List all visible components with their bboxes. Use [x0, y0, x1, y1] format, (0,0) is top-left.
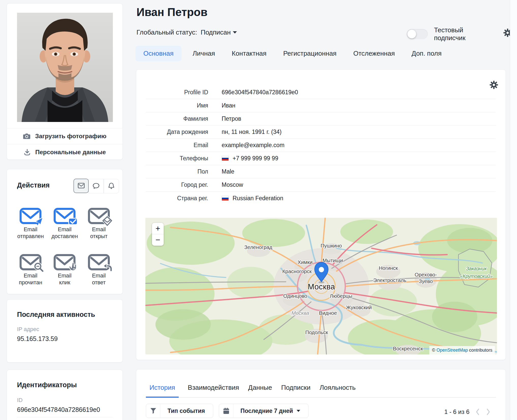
- tab-interactions[interactable]: Взаимодействия: [188, 384, 239, 397]
- page-scrollbar-track[interactable]: [510, 0, 517, 420]
- chat-channel-button[interactable]: [88, 179, 104, 193]
- chevron-down-icon: [233, 31, 237, 34]
- upload-photo-button[interactable]: Загрузить фотографию: [7, 128, 123, 144]
- field-label: Дата рождения: [146, 129, 208, 135]
- global-status-row: Глобальный статус: Подписан: [136, 28, 237, 36]
- email-sent-icon: [20, 208, 41, 224]
- profile-photo-card: Загрузить фотографию Персональные данные: [7, 3, 123, 160]
- field-row-email: Email example@example.com: [146, 139, 496, 152]
- history-filters: Тип события Последние 7 дней: [146, 404, 309, 418]
- page-title: Иван Петров: [136, 6, 207, 19]
- map-label: Видное: [319, 310, 337, 316]
- tab-subscriptions[interactable]: Подписки: [281, 384, 310, 397]
- event-type-filter-button[interactable]: Тип события: [146, 404, 213, 418]
- global-status-dropdown[interactable]: Подписан: [201, 28, 237, 36]
- tab-loyalty[interactable]: Лояльность: [320, 384, 356, 397]
- upload-photo-label: Загрузить фотографию: [35, 133, 107, 140]
- global-status-value: Подписан: [201, 28, 231, 36]
- tab-personal[interactable]: Личная: [193, 46, 215, 61]
- activity-history-card: История Взаимодействия Данные Подписки Л…: [136, 369, 506, 420]
- tab-contact[interactable]: Контактная: [232, 46, 267, 61]
- period-filter-button[interactable]: Последние 7 дней: [219, 404, 309, 418]
- field-value: example@example.com: [222, 142, 284, 149]
- field-row-birth-date: Дата рождения пн, 11 ноя. 1991 г. (34): [146, 126, 496, 139]
- tab-extra-fields[interactable]: Доп. поля: [412, 46, 442, 61]
- email-actions-grid: Emailотправлен Emailдоставлен: [13, 208, 116, 286]
- action-label: Email: [92, 272, 106, 279]
- email-read-icon: [20, 254, 41, 270]
- last-activity-card: Последняя активность IP адрес 95.165.173…: [7, 299, 123, 363]
- action-label: Email: [19, 272, 42, 279]
- pagination-range: 1 - 6 из 6: [444, 408, 469, 415]
- action-email-sent[interactable]: Emailотправлен: [13, 208, 48, 240]
- field-label: Страна рег.: [146, 195, 208, 202]
- portrait-illustration: [17, 13, 113, 122]
- map-label: Москва: [308, 282, 335, 291]
- profile-fields: Profile ID 696e304f547840a7286619e0 Имя …: [146, 86, 496, 205]
- profile-tabs: Основная Личная Контактная Регистрационн…: [135, 46, 458, 61]
- moscow-map[interactable]: ЗеленоградПушкиноХимкиМытищиКрасногорскН…: [145, 218, 497, 354]
- map-label: Ногинск: [379, 265, 398, 271]
- map-label: Красногорск: [282, 269, 312, 274]
- email-delivered-icon: [54, 208, 75, 224]
- calendar-icon: [219, 404, 233, 418]
- camera-icon: [23, 133, 31, 139]
- map-label: Пушкино: [321, 243, 342, 248]
- tab-registration[interactable]: Регистрационная: [283, 46, 337, 61]
- channel-segmented-control: [74, 179, 119, 193]
- action-email-delivered[interactable]: Emailдоставлен: [48, 208, 82, 240]
- map-label: Жуковский: [346, 305, 372, 310]
- ip-address-label: IP адрес: [17, 326, 39, 333]
- envelope-icon: [78, 183, 85, 189]
- map-zoom-control: + −: [152, 223, 164, 246]
- field-label: Фамилия: [146, 115, 208, 122]
- global-status-label: Глобальный статус:: [136, 28, 197, 36]
- action-email-read[interactable]: Emailпрочитан: [13, 254, 48, 286]
- field-value: 696e304f547840a7286619e0: [222, 89, 298, 96]
- email-channel-button[interactable]: [73, 179, 89, 193]
- action-email-click[interactable]: Emailклик: [48, 254, 82, 286]
- personal-data-button[interactable]: Персональные данные: [7, 144, 123, 160]
- action-label: доставлен: [51, 233, 78, 240]
- map-label: Люберцы: [330, 293, 352, 299]
- map-canvas: ЗеленоградПушкиноХимкиМытищиКрасногорскН…: [145, 218, 497, 354]
- zoom-out-button[interactable]: −: [152, 234, 164, 246]
- zoom-in-button[interactable]: +: [152, 223, 164, 234]
- field-label: Имя: [146, 102, 208, 109]
- action-label: отправлен: [17, 233, 44, 240]
- openstreetmap-link[interactable]: OpenStreetMap: [436, 348, 468, 353]
- tab-main[interactable]: Основная: [135, 46, 181, 61]
- toggle-knob: [407, 30, 416, 38]
- action-email-opened[interactable]: Emailоткрыт: [82, 208, 116, 240]
- russia-flag-icon: [222, 156, 229, 161]
- id-label: ID: [17, 397, 23, 403]
- field-value: +7 999 999 99 99: [233, 155, 278, 162]
- tab-data[interactable]: Данные: [248, 384, 272, 397]
- tab-history[interactable]: История: [146, 384, 179, 398]
- map-label: Заказник: [466, 266, 487, 271]
- field-value: Male: [222, 168, 234, 175]
- test-subscriber-cluster: Тестовый подписчик: [407, 26, 517, 42]
- map-label: Подольск: [305, 330, 328, 335]
- map-attribution: © OpenStreetMap contributors: [429, 346, 495, 354]
- prev-page-button[interactable]: [475, 408, 480, 416]
- test-subscriber-toggle[interactable]: [407, 29, 428, 39]
- profile-details-card: Profile ID 696e304f547840a7286619e0 Имя …: [136, 69, 506, 360]
- action-label: Email: [58, 272, 72, 279]
- pagination: 1 - 6 из 6: [444, 408, 491, 416]
- action-label: Email: [51, 226, 78, 233]
- next-page-button[interactable]: [486, 408, 491, 416]
- action-label: ответ: [92, 279, 106, 286]
- test-subscriber-label: Тестовый подписчик: [434, 26, 495, 42]
- tab-tracked[interactable]: Отслеженная: [353, 46, 395, 61]
- action-label: прочитан: [19, 279, 42, 286]
- russia-flag-icon: [222, 196, 229, 201]
- event-type-filter-label: Тип события: [168, 408, 205, 414]
- field-row-reg-city: Город рег. Moscow: [146, 178, 496, 192]
- action-email-reply[interactable]: Emailответ: [82, 254, 116, 286]
- bell-channel-button[interactable]: [104, 179, 119, 193]
- map-label: Москва: [292, 310, 309, 316]
- actions-card: Действия: [7, 169, 123, 294]
- map-label: «Крутовский»: [460, 273, 493, 279]
- field-row-reg-country: Страна рег. Russian Federation: [146, 192, 496, 205]
